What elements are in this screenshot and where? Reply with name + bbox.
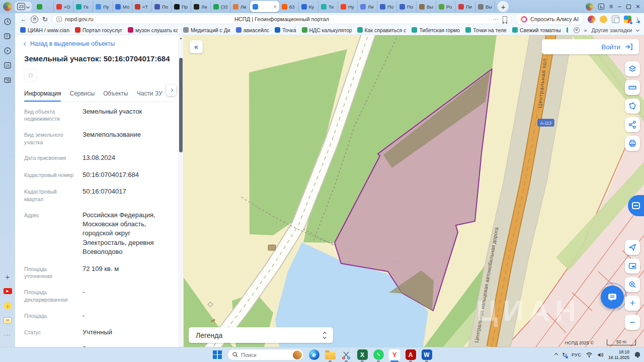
browser-menu-icon[interactable]: ≡ bbox=[609, 4, 613, 10]
layers-button[interactable] bbox=[625, 61, 640, 76]
zoom-in-button[interactable]: + bbox=[625, 296, 640, 311]
downloads-icon[interactable] bbox=[598, 4, 604, 10]
copy-pages-icon[interactable] bbox=[612, 16, 619, 23]
print-button[interactable] bbox=[625, 136, 640, 151]
acrobat-icon[interactable]: A bbox=[405, 349, 417, 361]
yandex-home-button[interactable]: Я bbox=[31, 16, 38, 23]
browser-profile-avatar[interactable] bbox=[3, 2, 12, 11]
whatsapp-icon[interactable] bbox=[372, 349, 384, 361]
browser-tab[interactable]: Пу × bbox=[93, 1, 113, 12]
search-input[interactable] bbox=[241, 352, 290, 358]
panel-tab[interactable]: Объекты bbox=[103, 90, 128, 97]
tabs-scroll-right-button[interactable] bbox=[167, 84, 176, 96]
alice-ai-button[interactable]: Спросить Алису AI bbox=[516, 14, 584, 25]
window-minimize-button[interactable]: – bbox=[618, 4, 621, 10]
bookmark-item[interactable]: Тибетская гормо bbox=[412, 27, 460, 33]
yandex-browser-icon[interactable]: Y bbox=[388, 349, 400, 361]
browser-tab[interactable]: Ли × bbox=[191, 1, 211, 12]
taskbar-clock[interactable]: 18:10 18.11.2025 bbox=[608, 349, 629, 359]
browser-tab[interactable]: × bbox=[250, 1, 279, 12]
browser-tab[interactable]: «О × bbox=[54, 1, 73, 12]
bookmark-icon[interactable] bbox=[503, 16, 507, 22]
share-button[interactable] bbox=[625, 117, 640, 132]
browser-tab[interactable]: По × bbox=[377, 1, 397, 12]
other-bookmarks-button[interactable]: Другие закладки bbox=[592, 27, 632, 33]
feed-icon[interactable] bbox=[2, 31, 13, 42]
file-explorer-icon[interactable] bbox=[324, 349, 336, 361]
window-restore-button[interactable] bbox=[626, 5, 631, 9]
ruler-button[interactable] bbox=[625, 80, 640, 95]
refresh-button[interactable]: ↻ bbox=[42, 16, 48, 23]
bookmark-item[interactable]: ЦИАН / www.cian bbox=[20, 27, 69, 33]
browser-tab[interactable]: Пр × bbox=[172, 1, 191, 12]
wifi-icon[interactable] bbox=[586, 352, 593, 357]
bookmark-item[interactable]: Точки на теле bbox=[465, 27, 507, 33]
bookmark-item[interactable]: Свежий томатны bbox=[512, 27, 561, 33]
minimap-button[interactable] bbox=[625, 258, 640, 274]
taskbar-search[interactable] bbox=[227, 349, 304, 360]
favorite-star-button[interactable]: ☆ bbox=[24, 69, 37, 82]
browser-tab[interactable]: Ли × bbox=[358, 1, 377, 12]
zoom-out-button[interactable]: − bbox=[625, 315, 640, 330]
rail-more-icon[interactable]: ··· bbox=[2, 329, 13, 340]
excel-icon[interactable]: X bbox=[356, 349, 368, 361]
download-arrow-icon[interactable]: ↓ bbox=[636, 16, 639, 23]
video-icon[interactable] bbox=[2, 45, 13, 56]
locate-me-button[interactable] bbox=[625, 240, 640, 255]
edge-icon[interactable]: e bbox=[308, 349, 320, 361]
panel-tab[interactable]: Сервисы bbox=[69, 90, 95, 97]
window-close-button[interactable]: × bbox=[636, 3, 640, 10]
panel-tab[interactable]: Части ЗУ bbox=[137, 90, 163, 97]
bookmark-item[interactable]: Как справиться с bbox=[357, 27, 407, 33]
yandex-music-icon[interactable]: ♪ bbox=[2, 300, 13, 311]
panel-tab[interactable]: Информация bbox=[24, 90, 61, 97]
search-highlight-image[interactable] bbox=[293, 350, 302, 359]
notifications-icon[interactable] bbox=[634, 351, 641, 358]
legend-toggle[interactable]: Легенда bbox=[189, 327, 333, 343]
browser-tab[interactable]: Ну × bbox=[338, 1, 358, 12]
browser-tab[interactable]: Мо × bbox=[113, 1, 132, 12]
sync-profile-avatar[interactable] bbox=[586, 3, 593, 11]
scrollbar-up-arrow[interactable]: ▲ bbox=[179, 36, 183, 40]
screenshot-icon[interactable] bbox=[2, 74, 13, 85]
bookmarks-overflow-icon[interactable]: » bbox=[584, 27, 587, 33]
browser-tab[interactable]: По × bbox=[397, 1, 417, 12]
extension-icon[interactable] bbox=[588, 16, 595, 23]
support-chat-button[interactable] bbox=[601, 286, 624, 309]
extension-icon[interactable] bbox=[600, 16, 607, 23]
browser-tab[interactable]: Ли × bbox=[230, 1, 250, 12]
browser-tab[interactable]: (33 × bbox=[211, 1, 230, 12]
address-bar[interactable]: nspd.gov.ru НСПД | Геоинформационный пор… bbox=[52, 15, 512, 24]
bookmark-f-icon[interactable]: Ф bbox=[574, 27, 580, 33]
browser-tab[interactable]: Ку × bbox=[299, 1, 318, 12]
youtube-icon[interactable]: ▶ bbox=[2, 286, 13, 297]
browser-tab[interactable]: По × bbox=[152, 1, 172, 12]
new-tab-button[interactable]: + bbox=[498, 1, 509, 12]
panel-collapse-button[interactable]: « bbox=[190, 40, 203, 53]
bookmark-item[interactable]: Портал госуслуг bbox=[75, 27, 122, 33]
browser-tab[interactable]: «Т × bbox=[132, 1, 152, 12]
calendar-icon[interactable]: 23 bbox=[2, 60, 13, 71]
extension-grid-icon[interactable] bbox=[624, 16, 631, 23]
browser-tab[interactable]: 63 × bbox=[279, 1, 299, 12]
tray-expand-icon[interactable] bbox=[554, 353, 558, 356]
add-panel-icon[interactable]: + bbox=[2, 271, 13, 282]
browser-tab[interactable]: Вы × bbox=[475, 1, 495, 12]
word-icon[interactable]: W bbox=[421, 349, 433, 361]
browser-tab[interactable]: Пи × bbox=[456, 1, 475, 12]
site-info-icon[interactable] bbox=[56, 17, 62, 22]
browser-tab[interactable]: Те × bbox=[318, 1, 338, 12]
browser-tab[interactable]: × bbox=[34, 1, 54, 12]
bookmark-item[interactable]: Точка bbox=[275, 27, 296, 33]
bookmark-item[interactable]: 5 лекарств на осн bbox=[567, 27, 568, 33]
search-area-button[interactable] bbox=[625, 277, 640, 292]
bookmark-item[interactable]: НДС калькулятор bbox=[302, 27, 352, 33]
volume-icon[interactable] bbox=[597, 352, 604, 358]
history-icon[interactable] bbox=[2, 16, 13, 27]
bookmark-item[interactable]: музон слушать ка bbox=[128, 27, 178, 33]
login-button[interactable]: Войти bbox=[542, 39, 639, 54]
browser-tab[interactable]: Вы × bbox=[417, 1, 436, 12]
yandex-mail-icon[interactable]: ✉ bbox=[2, 315, 13, 326]
sync-status-icon[interactable]: ↻ bbox=[562, 351, 567, 358]
measure-area-button[interactable] bbox=[625, 99, 640, 114]
